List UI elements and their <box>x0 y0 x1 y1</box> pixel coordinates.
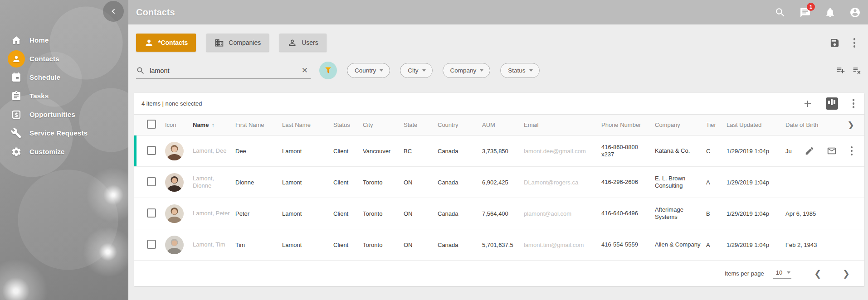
cell-name: Lamont, Tim <box>193 241 235 249</box>
col-header-country[interactable]: Country <box>438 121 482 128</box>
cell-state: BC <box>404 148 438 155</box>
row-checkbox[interactable] <box>147 177 156 186</box>
sidebar-item-home[interactable]: Home <box>0 31 128 49</box>
add-contact-button[interactable] <box>802 98 813 109</box>
sidebar-collapse-button[interactable] <box>103 1 124 22</box>
dollar-box-icon: $ <box>8 106 25 123</box>
calendar-icon <box>8 69 25 86</box>
list-overflow-menu-button[interactable] <box>851 98 857 109</box>
messages-icon[interactable]: 1 <box>799 6 811 18</box>
filter-chip-city[interactable]: City <box>400 63 432 78</box>
next-page-button[interactable]: ❯ <box>843 269 850 278</box>
cell-state: ON <box>404 179 438 186</box>
search-icon <box>136 66 145 75</box>
sidebar-item-label: Home <box>29 36 49 44</box>
svg-text:$: $ <box>15 111 18 118</box>
col-header-tier[interactable]: Tier <box>706 121 727 128</box>
cell-phone: 416-860-8800 x237 <box>601 144 655 159</box>
cell-company: E. L. Brown Consulting <box>655 175 706 190</box>
cell-city: Toronto <box>363 179 404 186</box>
col-header-status[interactable]: Status <box>333 121 363 128</box>
tab-label: Users <box>302 39 318 46</box>
col-header-email[interactable]: Email <box>524 121 601 128</box>
notifications-bell-icon[interactable] <box>824 6 836 18</box>
cell-status: Client <box>333 148 363 155</box>
col-header-phone[interactable]: Phone Number <box>601 121 655 128</box>
cell-last-name: Lamont <box>282 242 333 248</box>
account-icon[interactable] <box>849 6 861 18</box>
col-header-city[interactable]: City <box>363 121 404 128</box>
table-row[interactable]: Lamont, Peter Peter Lamont Client Toront… <box>134 198 864 229</box>
table-row[interactable]: Lamont, Dionne Dionne Lamont Client Toro… <box>134 167 864 198</box>
cell-country: Canada <box>438 179 482 186</box>
playlist-add-icon <box>836 65 845 75</box>
search-field: ✕ <box>136 63 311 79</box>
cell-email: lamont.tim@gmail.com <box>524 242 601 248</box>
chart-view-button[interactable] <box>826 97 838 110</box>
col-header-name[interactable]: Name↑ <box>193 121 235 128</box>
sidebar-item-contacts[interactable]: Contacts <box>0 49 128 68</box>
playlist-remove-icon <box>852 65 862 75</box>
previous-page-button[interactable]: ❮ <box>814 269 821 278</box>
cell-city: Vancouver <box>363 148 404 155</box>
col-header-first-name[interactable]: First Name <box>235 121 282 128</box>
col-header-last-updated[interactable]: Last Updated <box>727 121 785 128</box>
scroll-columns-right-icon[interactable]: ❯ <box>847 121 854 129</box>
remove-from-list-button[interactable] <box>852 65 862 75</box>
cell-phone: 416-554-5559 <box>601 241 655 249</box>
tab-users[interactable]: Users <box>279 34 327 52</box>
cell-first-name: Dee <box>235 148 282 155</box>
col-header-dob[interactable]: Date of Birth <box>785 121 845 128</box>
funnel-icon <box>324 66 332 75</box>
col-header-company[interactable]: Company <box>655 121 706 128</box>
search-filter-row: ✕ Country City Company Status <box>136 63 868 80</box>
sidebar-item-label: Schedule <box>29 73 60 81</box>
cell-first-name: Peter <box>235 210 282 217</box>
items-per-page-label: Items per page <box>725 270 764 277</box>
chevron-down-icon <box>380 69 383 72</box>
cell-email: lamont.dee@gmail.com <box>524 148 601 155</box>
table-row[interactable]: Lamont, Tim Tim Lamont Client Toronto ON… <box>134 229 864 261</box>
tab-contacts[interactable]: *Contacts <box>136 34 196 52</box>
sidebar-item-service-requests[interactable]: Service Requests <box>0 124 128 142</box>
filter-chip-status[interactable]: Status <box>500 63 539 78</box>
cell-dob: Apr 6, 1985 <box>785 210 864 217</box>
filter-chip-company[interactable]: Company <box>443 63 491 78</box>
search-input[interactable] <box>150 67 299 74</box>
cell-email: plamont@aol.com <box>524 210 601 217</box>
sidebar-item-schedule[interactable]: Schedule <box>0 68 128 87</box>
sidebar-item-customize[interactable]: Customize <box>0 142 128 161</box>
cell-first-name: Dionne <box>235 179 282 186</box>
table-row[interactable]: Lamont, Dee Dee Lamont Client Vancouver … <box>134 135 864 167</box>
row-checkbox[interactable] <box>147 146 156 155</box>
row-overflow-menu-button[interactable] <box>849 145 855 157</box>
email-contact-button[interactable] <box>827 146 837 156</box>
row-hover-actions <box>802 135 855 166</box>
search-icon[interactable] <box>774 6 786 18</box>
sidebar-item-tasks[interactable]: Tasks <box>0 87 128 105</box>
save-view-button[interactable] <box>829 38 840 48</box>
cell-phone: 416-296-2606 <box>601 179 655 186</box>
clear-search-icon[interactable]: ✕ <box>299 66 311 75</box>
edit-contact-button[interactable] <box>805 146 814 156</box>
main-content: *Contacts Companies Users ✕ <box>128 24 868 300</box>
col-header-aum[interactable]: AUM <box>482 121 524 128</box>
sidebar-item-opportunities[interactable]: $ Opportunities <box>0 105 128 124</box>
filter-toggle-button[interactable] <box>319 62 337 79</box>
contacts-table-panel: 4 items | none selected Icon Name↑ First… <box>134 93 864 286</box>
filter-chip-country[interactable]: Country <box>347 63 390 78</box>
chip-label: Company <box>450 67 477 74</box>
cell-state: ON <box>404 242 438 248</box>
gear-icon <box>8 143 25 160</box>
col-header-state[interactable]: State <box>404 121 438 128</box>
sidebar: Home Contacts Schedule Tasks $ Opportuni… <box>0 0 128 300</box>
add-to-list-button[interactable] <box>836 65 845 75</box>
col-header-last-name[interactable]: Last Name <box>282 121 333 128</box>
plus-icon <box>802 98 813 109</box>
select-all-checkbox[interactable] <box>147 120 156 129</box>
row-checkbox[interactable] <box>147 240 156 249</box>
row-checkbox[interactable] <box>147 208 156 218</box>
tab-companies[interactable]: Companies <box>206 34 269 52</box>
items-per-page-select[interactable]: 10 <box>773 268 791 279</box>
page-overflow-menu-button[interactable] <box>852 37 858 48</box>
